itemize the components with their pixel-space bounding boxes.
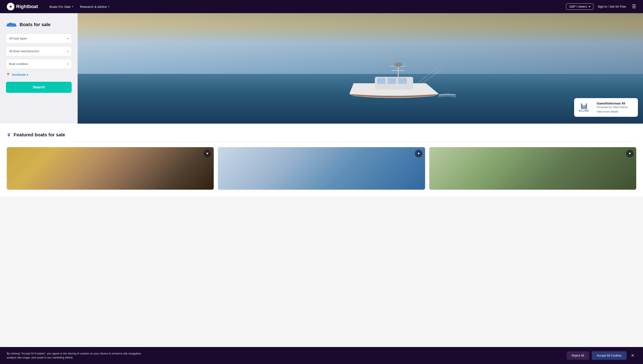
boat-info-card: ALLIED Gamefisherman 45 Presented by: Al…: [574, 98, 638, 117]
hero-boat-image: [337, 60, 456, 106]
svg-rect-0: [10, 22, 10, 24]
hero-section: Boats for sale All boat types Sailboat M…: [0, 13, 643, 124]
crown-icon: ♛: [7, 132, 11, 138]
location-link[interactable]: Worldwide ▾: [12, 73, 28, 76]
sidebar-title-row: Boats for sale: [6, 22, 72, 28]
featured-header: ♛ Featured boats for sale: [7, 132, 636, 142]
signin-link[interactable]: Sign in / Join for Free: [598, 5, 626, 8]
boat-type-select-wrapper: All boat types Sailboat Motorboat Yacht …: [6, 34, 72, 43]
boat-card-image: ♥: [7, 147, 214, 190]
svg-rect-4: [398, 78, 407, 84]
manufacturer-select[interactable]: All Boat manufacturers Beneteau Jeanneau…: [6, 46, 72, 56]
condition-select[interactable]: Boat condition New Used: [6, 59, 72, 69]
boat-card-image: ♥: [218, 147, 425, 190]
hero-image: ALLIED Gamefisherman 45 Presented by: Al…: [78, 13, 643, 124]
nav-research-advice[interactable]: Research & Advice ▾: [77, 3, 112, 10]
manufacturer-select-wrapper: All Boat manufacturers Beneteau Jeanneau…: [6, 46, 72, 56]
navbar: ⊕ Rightboat Boats For Sale ▾ Research & …: [0, 0, 643, 13]
nav-boats-for-sale[interactable]: Boats For Sale ▾: [47, 3, 76, 10]
svg-line-9: [422, 66, 447, 83]
favorite-button[interactable]: ♥: [415, 150, 422, 157]
condition-select-wrapper: Boat condition New Used ▾: [6, 59, 72, 69]
list-item: ♥: [218, 147, 425, 190]
sidebar-heading: Boats for sale: [20, 22, 51, 28]
list-item: ♥: [7, 147, 214, 190]
featured-title: Featured boats for sale: [14, 132, 65, 138]
svg-rect-2: [377, 78, 385, 84]
brand-name: Rightboat: [16, 4, 38, 9]
allied-marine-logo: ALLIED: [578, 102, 593, 113]
hamburger-icon[interactable]: ☰: [632, 4, 636, 9]
allied-lines-icon: [581, 103, 587, 109]
list-item: ♥: [429, 147, 636, 190]
favorite-button[interactable]: ♥: [626, 150, 634, 157]
svg-rect-3: [388, 78, 396, 84]
chevron-down-icon: ▾: [108, 5, 110, 8]
search-sidebar: Boats for sale All boat types Sailboat M…: [0, 13, 78, 124]
logo-icon: ⊕: [7, 3, 15, 10]
favorite-button[interactable]: ♥: [203, 150, 211, 157]
boat-card-details: Gamefisherman 45 Presented by: Allied Ma…: [597, 102, 628, 114]
logo[interactable]: ⊕ Rightboat: [7, 3, 38, 10]
chevron-down-icon: ▾: [72, 5, 73, 8]
svg-line-10: [417, 63, 443, 83]
featured-section: ♛ Featured boats for sale ♥ ♥ ♥: [0, 124, 643, 196]
location-row: 📍 Worldwide ▾: [6, 72, 72, 78]
chevron-down-icon: ▾: [27, 73, 28, 76]
search-button[interactable]: Search: [6, 82, 72, 93]
boat-name: Gamefisherman 45: [597, 102, 628, 105]
boat-icon: [6, 22, 17, 28]
navbar-right: GBP / meters ▾ Sign in / Join for Free ☰: [566, 4, 636, 10]
location-pin-icon: 📍: [6, 73, 10, 77]
nav-links: Boats For Sale ▾ Research & Advice ▾: [47, 3, 566, 10]
chevron-down-icon: ▾: [589, 5, 590, 8]
boat-card-image: ♥: [429, 147, 636, 190]
svg-point-8: [394, 62, 402, 67]
boat-presenter: Presented by: Allied Marine: [597, 106, 628, 109]
view-details-link[interactable]: View more details: [597, 110, 618, 113]
featured-boats-grid: ♥ ♥ ♥: [7, 147, 636, 190]
boat-type-select[interactable]: All boat types Sailboat Motorboat Yacht …: [6, 34, 72, 43]
currency-selector[interactable]: GBP / meters ▾: [566, 4, 593, 10]
